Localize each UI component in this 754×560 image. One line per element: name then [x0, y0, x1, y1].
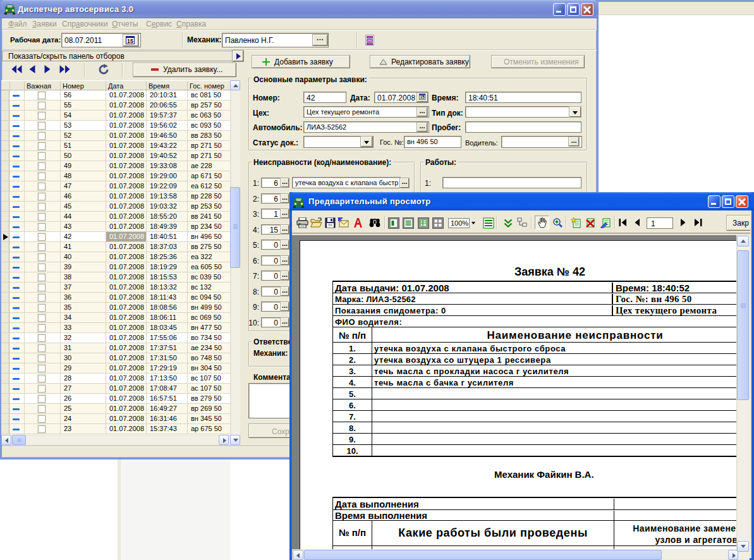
svg-text:15: 15	[420, 95, 425, 99]
svg-text:15: 15	[127, 38, 133, 44]
